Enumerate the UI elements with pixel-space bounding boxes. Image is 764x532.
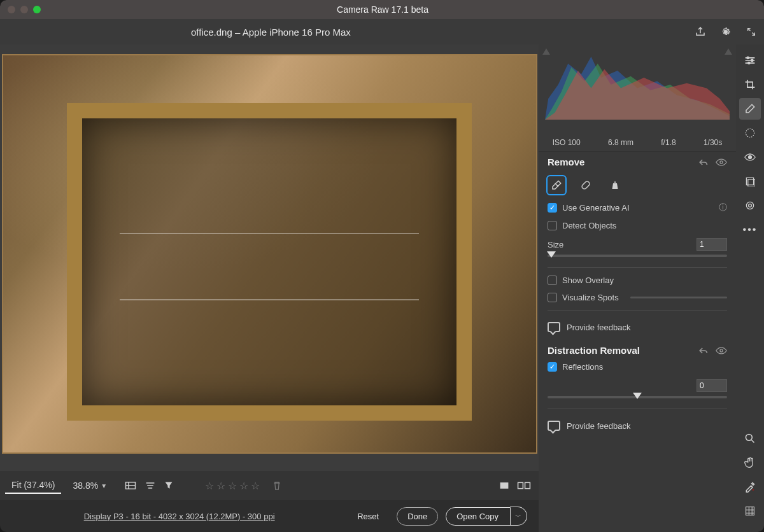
size-input[interactable] (697, 238, 727, 251)
open-copy-dropdown[interactable]: ﹀ (510, 507, 527, 526)
lens-blur-icon[interactable] (739, 195, 761, 216)
show-overlay-row[interactable]: Show Overlay (539, 272, 736, 289)
reflections-row[interactable]: ✓ Reflections (539, 358, 736, 375)
redeye-icon[interactable] (739, 146, 761, 168)
reflections-input[interactable] (697, 379, 727, 392)
edit-sliders-icon[interactable] (739, 50, 761, 71)
slider-thumb-icon[interactable] (633, 393, 642, 399)
checkbox-icon[interactable] (548, 221, 557, 230)
chevron-down-icon: ﹀ (515, 513, 521, 520)
undo-icon[interactable] (698, 346, 708, 355)
svg-rect-2 (518, 482, 523, 488)
close-window-button[interactable] (8, 6, 15, 13)
size-slider[interactable]: Size (539, 234, 736, 263)
reset-button[interactable]: Reset (347, 508, 389, 525)
preview-canvas[interactable] (2, 54, 537, 454)
crop-icon[interactable] (739, 74, 761, 95)
heal-tool-icon[interactable] (577, 176, 595, 194)
svg-point-10 (746, 129, 754, 137)
file-name: office.dng (191, 27, 232, 38)
histogram[interactable] (539, 45, 736, 134)
maximize-window-button[interactable] (33, 6, 41, 13)
svg-point-9 (748, 62, 750, 64)
exif-summary: ISO 100 6.8 mm f/1.8 1/30s (539, 134, 736, 151)
svg-rect-5 (581, 181, 591, 190)
clone-tool-icon[interactable] (606, 176, 624, 194)
reflections-slider[interactable] (539, 375, 736, 405)
separator: – (232, 27, 243, 38)
file-header: office.dng – Apple iPhone 16 Pro Max (0, 19, 764, 45)
zoom-level-label: 38.8% (73, 480, 98, 491)
done-button[interactable]: Done (397, 507, 438, 526)
visibility-icon[interactable] (716, 347, 727, 354)
size-slider-track[interactable] (548, 255, 727, 257)
hand-icon[interactable] (739, 452, 761, 473)
compare-view-icon[interactable] (517, 481, 531, 490)
window-controls (8, 6, 41, 13)
distraction-title: Distraction Removal (548, 345, 640, 356)
share-icon[interactable] (688, 19, 713, 45)
star-icon[interactable]: ☆ (239, 480, 248, 492)
single-view-icon[interactable] (499, 481, 509, 490)
minimize-window-button[interactable] (20, 6, 28, 13)
preview-canvas-wrap[interactable] (0, 45, 539, 471)
visualize-spots-row[interactable]: Visualize Spots (539, 289, 736, 306)
use-gen-ai-row[interactable]: ✓ Use Generative AI ⓘ (539, 198, 736, 217)
fullscreen-icon[interactable] (739, 19, 764, 45)
histogram-graph (545, 50, 730, 120)
open-copy-button[interactable]: Open Copy (446, 507, 511, 526)
checkbox-checked-icon[interactable]: ✓ (548, 362, 557, 372)
mask-icon[interactable] (739, 122, 761, 144)
window-title: Camera Raw 17.1 beta (41, 4, 725, 15)
info-icon[interactable]: ⓘ (719, 202, 727, 213)
settings-gear-icon[interactable] (713, 19, 739, 45)
checkbox-icon[interactable] (548, 293, 557, 302)
svg-point-7 (747, 57, 749, 59)
camera-model: Apple iPhone 16 Pro Max (243, 27, 351, 38)
feedback-label: Provide feedback (567, 323, 630, 332)
reflections-slider-track[interactable] (548, 396, 727, 398)
color-sampler-icon[interactable] (739, 476, 761, 498)
svg-point-15 (749, 204, 752, 207)
grid-toggle-icon[interactable] (739, 500, 761, 522)
zoom-icon[interactable] (739, 428, 761, 449)
eraser-tool-icon[interactable] (548, 176, 565, 194)
svg-point-17 (753, 489, 754, 491)
distraction-panel-header[interactable]: Distraction Removal (539, 340, 736, 358)
healing-icon[interactable] (739, 98, 761, 120)
rating-stars[interactable]: ☆ ☆ ☆ ☆ ☆ (205, 480, 260, 492)
star-icon[interactable]: ☆ (251, 480, 260, 492)
presets-icon[interactable] (739, 171, 761, 192)
detect-objects-row[interactable]: Detect Objects (539, 217, 736, 234)
remove-feedback-button[interactable]: Provide feedback (539, 314, 736, 340)
undo-icon[interactable] (698, 158, 708, 167)
feedback-label: Provide feedback (567, 421, 630, 431)
svg-rect-1 (500, 482, 509, 489)
sort-icon[interactable] (145, 481, 155, 490)
remove-panel-header[interactable]: Remove (539, 151, 736, 170)
star-icon[interactable]: ☆ (228, 480, 237, 492)
star-icon[interactable]: ☆ (205, 480, 214, 492)
visibility-icon[interactable] (716, 158, 727, 166)
checkbox-icon[interactable] (548, 276, 557, 285)
size-label: Size (548, 240, 697, 249)
distraction-feedback-button[interactable]: Provide feedback (539, 413, 736, 438)
slider-thumb-icon[interactable] (547, 251, 556, 258)
more-icon[interactable]: ••• (739, 219, 761, 241)
zoom-level-button[interactable]: 38.8% ▼ (67, 478, 112, 493)
visualize-spots-label: Visualize Spots (562, 293, 619, 302)
visualize-spots-slider[interactable] (630, 297, 727, 298)
zoom-fit-button[interactable]: Fit (37.4%) (5, 477, 61, 494)
svg-rect-13 (748, 179, 755, 186)
star-icon[interactable]: ☆ (216, 480, 225, 492)
window-titlebar: Camera Raw 17.1 beta (0, 0, 764, 19)
filter-icon[interactable] (164, 481, 173, 490)
preview-column: Fit (37.4%) 38.8% ▼ ☆ ☆ ☆ ☆ (0, 45, 539, 532)
checkbox-checked-icon[interactable]: ✓ (548, 203, 557, 213)
file-info: office.dng – Apple iPhone 16 Pro Max (191, 27, 351, 38)
remove-title: Remove (548, 157, 584, 167)
grid-view-icon[interactable] (125, 481, 136, 490)
image-meta-link[interactable]: Display P3 - 16 bit - 4032 x 3024 (12.2M… (11, 512, 347, 521)
focal-value: 6.8 mm (608, 138, 633, 147)
trash-icon[interactable] (272, 480, 281, 491)
